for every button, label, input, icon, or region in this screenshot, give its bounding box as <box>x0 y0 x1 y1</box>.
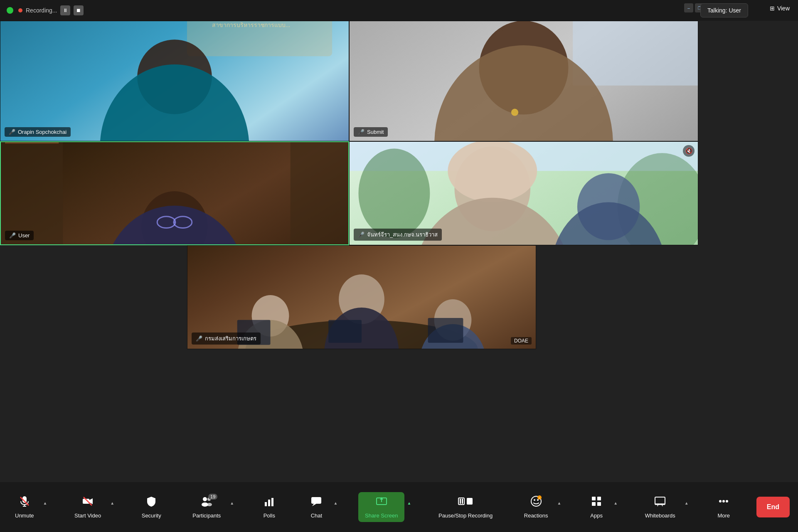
video-off-icon <box>82 495 94 510</box>
view-label: View <box>777 5 790 12</box>
reactions-button[interactable]: + Reactions <box>517 492 555 522</box>
talking-label: Talking: User <box>707 7 741 14</box>
svg-point-82 <box>719 500 722 502</box>
svg-point-84 <box>726 500 728 502</box>
share-screen-label: Share Screen <box>365 512 398 519</box>
view-button[interactable]: ⊞ View <box>770 5 790 12</box>
polls-button[interactable]: Polls <box>255 492 284 522</box>
svg-point-83 <box>722 500 725 502</box>
name-tag-user: 🎤 User <box>5 231 34 240</box>
svg-rect-77 <box>597 502 601 506</box>
participants-button[interactable]: 19 Participants <box>186 492 227 522</box>
pause-recording-btn[interactable]: ⏸ <box>60 5 70 15</box>
chat-button[interactable]: Chat <box>302 492 331 522</box>
start-video-label: Start Video <box>74 512 101 519</box>
svg-rect-46 <box>328 320 362 343</box>
video-cell-user: 🎤 User <box>0 141 349 245</box>
chat-label: Chat <box>311 512 322 519</box>
people-icon: 19 <box>201 495 212 510</box>
video-bg-submit <box>350 21 698 141</box>
video-caret[interactable]: ▲ <box>108 498 117 517</box>
name-tag-submit: 🎤 Submit <box>354 127 388 137</box>
top-bar: Recording... ⏸ ⏹ – ❐ ⊞ Talking: User ⊞ V… <box>0 0 798 21</box>
start-video-button[interactable]: Start Video <box>68 492 108 522</box>
window-controls-left: Recording... ⏸ ⏹ <box>7 5 84 15</box>
svg-rect-75 <box>597 497 601 500</box>
recording-dot <box>18 8 22 12</box>
svg-rect-47 <box>428 318 463 343</box>
video-caret-icon: ▲ <box>110 501 114 505</box>
name-tag-doae: 🎤 กรมส่งเสริมการเกษตร <box>192 332 261 345</box>
unmute-caret[interactable]: ▲ <box>41 498 50 517</box>
pause-stop-label: Pause/Stop Recording <box>438 512 493 519</box>
svg-marker-62 <box>312 504 316 506</box>
svg-rect-68 <box>467 498 473 505</box>
svg-text:สาขาการบริหารราชการแบบ...: สาขาการบริหารราชการแบบ... <box>212 22 291 28</box>
more-button[interactable]: More <box>709 492 738 522</box>
traffic-light-green[interactable] <box>7 7 13 14</box>
more-label: More <box>717 512 730 519</box>
whiteboards-caret[interactable]: ▲ <box>682 498 691 517</box>
svg-point-70 <box>534 499 535 501</box>
reactions-label: Reactions <box>524 512 548 519</box>
window-minimize-btn[interactable]: – <box>684 3 693 12</box>
video-bg-orapin: รางวัลเลิศรัฐ การตรวจวัดประเมินผลการดำเน… <box>0 21 349 141</box>
svg-rect-67 <box>462 499 463 504</box>
name-icon-user: 🎤 <box>9 232 16 239</box>
svg-point-31 <box>448 142 537 202</box>
muted-indicator-jan: 🔇 <box>683 145 695 157</box>
whiteboards-button[interactable]: Whiteboards <box>638 492 682 522</box>
name-text-doae: กรมส่งเสริมการเกษตร <box>205 334 256 343</box>
chat-caret[interactable]: ▲ <box>331 498 340 517</box>
apps-caret[interactable]: ▲ <box>611 498 620 517</box>
svg-line-81 <box>662 504 663 506</box>
polls-label: Polls <box>264 512 275 519</box>
svg-rect-74 <box>592 497 596 500</box>
svg-rect-59 <box>268 500 270 506</box>
view-icon: ⊞ <box>770 5 775 12</box>
whiteboards-label: Whiteboards <box>645 512 675 519</box>
share-caret-icon: ▲ <box>407 501 411 505</box>
svg-rect-66 <box>460 499 461 504</box>
apps-icon <box>591 495 602 510</box>
participants-caret[interactable]: ▲ <box>227 498 236 517</box>
share-caret[interactable]: ▲ <box>404 498 414 517</box>
name-tag-orapin: 🎤 Orapin Sopchokchai <box>5 127 71 137</box>
svg-rect-8 <box>573 21 698 86</box>
name-text-orapin: Orapin Sopchokchai <box>18 129 66 135</box>
name-text-submit: Submit <box>367 129 384 135</box>
svg-point-11 <box>511 109 518 116</box>
pause-stop-recording-button[interactable]: Pause/Stop Recording <box>432 492 499 522</box>
shield-icon <box>145 495 157 510</box>
share-screen-button[interactable]: Share Screen <box>358 492 405 522</box>
name-text-jan: จันทร์จีรา_สนง.กษจ.นราธิวาส <box>367 230 438 239</box>
svg-line-80 <box>658 504 658 506</box>
mic-muted-icon <box>19 495 30 510</box>
unmute-caret-icon: ▲ <box>43 501 47 505</box>
end-button[interactable]: End <box>756 497 790 517</box>
svg-rect-61 <box>311 497 321 504</box>
name-icon-submit: 🎤 <box>358 129 365 135</box>
apps-caret-icon: ▲ <box>613 501 618 505</box>
svg-rect-60 <box>271 498 273 506</box>
video-bg-user <box>1 142 348 244</box>
svg-point-54 <box>203 497 207 501</box>
stop-recording-btn[interactable]: ⏹ <box>74 5 84 15</box>
reactions-caret-icon: ▲ <box>557 501 562 505</box>
chat-icon <box>310 495 322 510</box>
pause-stop-icon <box>458 495 473 510</box>
security-label: Security <box>142 512 161 519</box>
video-cell-doae: กรมส่งเสริมการเกษตร 🎤 กรมส่งเสริมการเกษต… <box>187 245 536 349</box>
reactions-caret[interactable]: ▲ <box>555 498 564 517</box>
svg-point-28 <box>358 149 430 238</box>
video-cell-submit: 🎤 Submit <box>349 21 698 141</box>
video-cell-jan: 🎤 จันทร์จีรา_สนง.กษจ.นราธิวาส 🔇 <box>349 141 698 245</box>
unmute-button[interactable]: Unmute <box>8 492 41 522</box>
svg-text:+: + <box>538 496 540 500</box>
security-button[interactable]: Security <box>135 492 168 522</box>
name-text-user: User <box>18 232 30 239</box>
apps-button[interactable]: Apps <box>582 492 611 522</box>
apps-label: Apps <box>590 512 603 519</box>
name-icon-jan: 🎤 <box>358 232 365 238</box>
svg-rect-13 <box>1 142 63 244</box>
